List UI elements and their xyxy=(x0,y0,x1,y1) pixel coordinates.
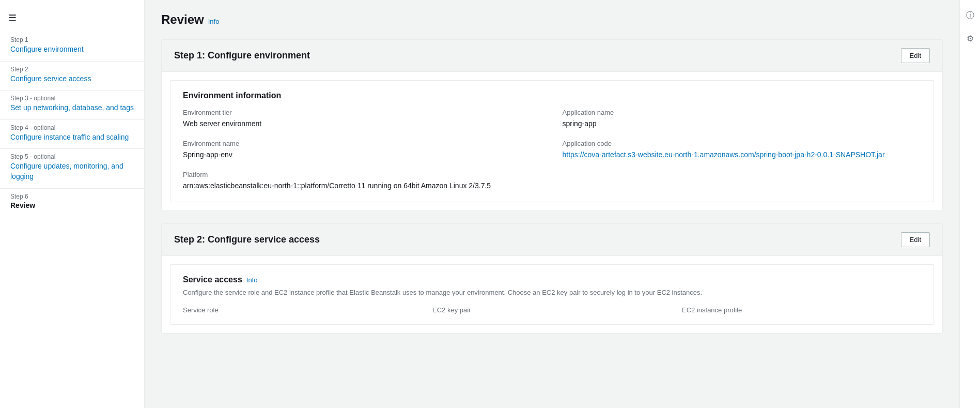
application-code-group: Application code https://cova-artefact.s… xyxy=(563,140,922,160)
service-access-description: Configure the service role and EC2 insta… xyxy=(183,288,921,298)
sidebar-item-configure-service-access[interactable]: Configure service access xyxy=(10,74,134,84)
step4-label: Step 4 - optional xyxy=(10,124,134,131)
platform-value: arn:aws:elasticbeanstalk:eu-north-1::pla… xyxy=(183,180,542,191)
step5-label: Step 5 - optional xyxy=(10,153,134,160)
environment-name-group: Environment name Spring-app-env xyxy=(183,140,542,160)
application-name-group: Application name spring-app xyxy=(563,109,922,129)
step1-edit-button[interactable]: Edit xyxy=(901,48,930,63)
environment-tier-label: Environment tier xyxy=(183,109,542,116)
step2-section-header: Step 2: Configure service access Edit xyxy=(162,224,942,256)
service-access-columns: Service role EC2 key pair EC2 instance p… xyxy=(183,306,921,314)
step3-label: Step 3 - optional xyxy=(10,95,134,102)
platform-group: Platform arn:aws:elasticbeanstalk:eu-nor… xyxy=(183,171,542,191)
step1-inner-panel: Environment information Environment tier… xyxy=(170,80,934,202)
sidebar-item-configure-environment[interactable]: Configure environment xyxy=(10,44,134,55)
step2-label: Step 2 xyxy=(10,66,134,73)
application-name-value: spring-app xyxy=(563,118,922,129)
settings-icon[interactable]: ⚙ xyxy=(963,31,977,46)
environment-name-label: Environment name xyxy=(183,140,542,147)
service-access-title: Service access xyxy=(183,275,242,284)
step2-edit-button[interactable]: Edit xyxy=(901,232,930,247)
page-info-link[interactable]: Info xyxy=(208,18,220,25)
sidebar-step-1: Step 1 Configure environment xyxy=(0,32,144,62)
ec2-key-pair-label: EC2 key pair xyxy=(432,306,672,314)
step2-section-title: Step 2: Configure service access xyxy=(174,234,320,245)
right-icons-panel: ⓘ ⚙ xyxy=(959,0,980,408)
service-access-panel: Service access Info Configure the servic… xyxy=(170,264,934,325)
step2-section-card: Step 2: Configure service access Edit Se… xyxy=(161,223,943,334)
environment-name-value: Spring-app-env xyxy=(183,149,542,160)
service-role-label: Service role xyxy=(183,306,422,314)
environment-tier-value: Web server environment xyxy=(183,118,542,129)
sidebar-step-6: Step 6 Review xyxy=(0,189,144,216)
platform-label: Platform xyxy=(183,171,542,178)
application-name-label: Application name xyxy=(563,109,922,116)
step1-label: Step 1 xyxy=(10,36,134,43)
sidebar-item-instance-traffic[interactable]: Configure instance traffic and scaling xyxy=(10,132,134,143)
service-access-info-link[interactable]: Info xyxy=(246,276,258,284)
step1-section-header: Step 1: Configure environment Edit xyxy=(162,40,942,72)
sidebar-step-5: Step 5 - optional Configure updates, mon… xyxy=(0,149,144,188)
service-access-header: Service access Info xyxy=(183,275,921,284)
step6-label: Step 6 xyxy=(10,193,134,200)
sidebar: ☰ Step 1 Configure environment Step 2 Co… xyxy=(0,0,145,408)
environment-tier-group: Environment tier Web server environment xyxy=(183,109,542,129)
main-content: Review Info Step 1: Configure environmen… xyxy=(145,0,959,408)
info-circle-icon[interactable]: ⓘ xyxy=(963,8,977,23)
page-header: Review Info xyxy=(161,12,943,27)
application-code-label: Application code xyxy=(563,140,922,147)
ec2-instance-profile-label: EC2 instance profile xyxy=(682,306,921,314)
menu-icon[interactable]: ☰ xyxy=(0,8,144,32)
step1-fields-grid: Environment tier Web server environment … xyxy=(183,109,921,191)
sidebar-step-4: Step 4 - optional Configure instance tra… xyxy=(0,120,144,149)
application-code-value: https://cova-artefact.s3-website.eu-nort… xyxy=(563,149,922,160)
sidebar-item-updates-monitoring[interactable]: Configure updates, monitoring, and loggi… xyxy=(10,161,134,182)
step1-section-card: Step 1: Configure environment Edit Envir… xyxy=(161,39,943,211)
sidebar-step-3: Step 3 - optional Set up networking, dat… xyxy=(0,90,144,120)
step1-section-title: Step 1: Configure environment xyxy=(174,50,310,61)
sidebar-item-review: Review xyxy=(10,201,35,209)
page-title: Review xyxy=(161,12,204,27)
sidebar-step-2: Step 2 Configure service access xyxy=(0,62,144,91)
sidebar-item-networking[interactable]: Set up networking, database, and tags xyxy=(10,103,134,113)
step1-panel-title: Environment information xyxy=(183,91,921,100)
